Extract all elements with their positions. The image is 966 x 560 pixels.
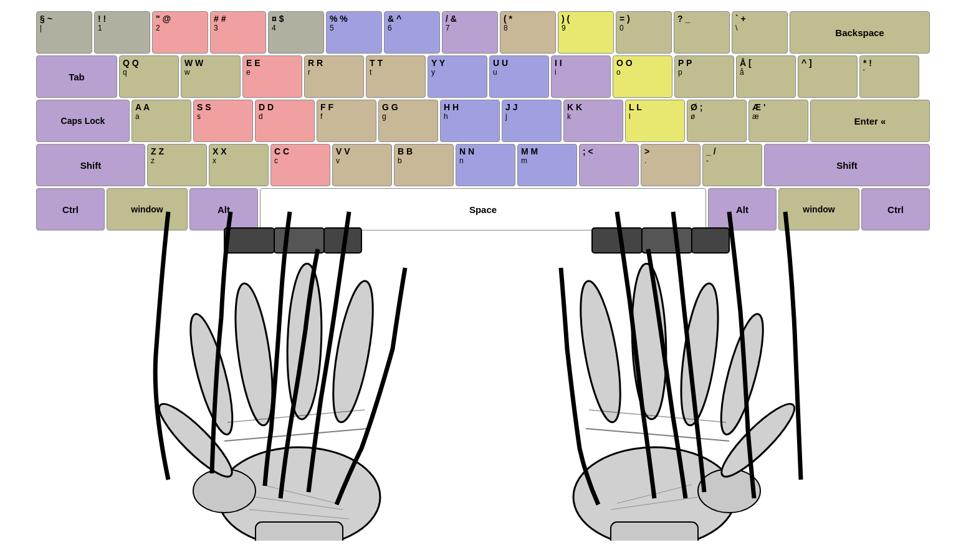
key-shift-l[interactable]: Shift [36,144,145,186]
key-z[interactable]: Z Z z [147,144,207,186]
key-9[interactable]: ) ( 9 [558,11,614,54]
key-aa[interactable]: Å [ å [736,55,796,98]
keyboard-layout: § ~ | ! ! 1 " @ 2 # # 3 ¤ $ 4 [31,6,935,541]
key-k[interactable]: K K k [563,100,623,142]
svg-rect-25 [224,228,274,253]
svg-point-5 [285,263,324,420]
key-shift-r[interactable]: Shift [764,144,930,186]
key-sect[interactable]: § ~ | [36,11,92,54]
svg-rect-14 [611,522,698,541]
key-l[interactable]: L L l [625,100,685,142]
key-e[interactable]: E E e [242,55,302,98]
svg-line-8 [224,429,368,441]
key-1[interactable]: ! ! 1 [94,11,150,54]
right-hand [573,263,802,541]
key-t[interactable]: T T t [366,55,426,98]
key-j[interactable]: J J j [502,100,562,142]
key-enter[interactable]: Enter « [810,100,930,142]
key-row-3: Shift Z Z z X X x C C c V V v [36,144,930,186]
key-3[interactable]: # # 3 [210,11,266,54]
key-caps[interactable]: Caps Lock [36,100,130,142]
key-row-0: § ~ | ! ! 1 " @ 2 # # 3 ¤ $ 4 [36,11,930,54]
key-w[interactable]: W W w [181,55,241,98]
key-y[interactable]: Y Y y [428,55,487,98]
key-oslash[interactable]: Ø ; ø [687,100,747,142]
hands-area [31,223,935,541]
key-o[interactable]: O O o [613,55,672,98]
svg-point-18 [629,263,669,420]
key-gt[interactable]: > . [641,144,701,186]
key-a[interactable]: A A a [132,100,191,142]
key-7[interactable]: / & 7 [442,11,498,54]
hands-svg [31,223,935,541]
svg-line-21 [586,429,729,441]
key-i[interactable]: I I i [551,55,611,98]
svg-point-4 [229,282,280,428]
key-x[interactable]: X X x [209,144,269,186]
svg-point-19 [573,278,628,425]
key-p[interactable]: P P p [674,55,734,98]
key-0[interactable]: = ) 0 [616,11,672,54]
key-g[interactable]: G G g [378,100,438,142]
key-f[interactable]: F F f [317,100,376,142]
key-s[interactable]: S S s [193,100,253,142]
key-q[interactable]: Q Q q [119,55,179,98]
key-tab[interactable]: Tab [36,55,117,98]
key-minus[interactable]: ? _ [674,11,730,54]
key-slash2[interactable]: _ / - [702,144,762,186]
key-caret[interactable]: ^ ] [798,55,858,98]
key-m[interactable]: M M m [517,144,577,186]
key-8[interactable]: ( * 8 [500,11,556,54]
key-n[interactable]: N N n [456,144,515,186]
key-ae[interactable]: Æ ' æ [748,100,808,142]
key-u[interactable]: U U u [489,55,549,98]
svg-rect-1 [256,522,343,541]
key-plus[interactable]: ` + \ [732,11,788,54]
svg-rect-26 [274,228,324,253]
key-4[interactable]: ¤ $ 4 [268,11,324,54]
svg-point-17 [674,282,725,428]
svg-rect-27 [324,228,361,253]
key-5[interactable]: % % 5 [326,11,382,54]
key-b[interactable]: B B b [394,144,454,186]
svg-point-6 [325,278,381,425]
key-h[interactable]: H H h [440,100,500,142]
key-6[interactable]: & ^ 6 [384,11,440,54]
key-row-1: Tab Q Q q W W w E E e R R r [36,55,930,98]
key-row-2: Caps Lock A A a S S s D D d F F f [36,100,930,142]
key-d[interactable]: D D d [255,100,315,142]
svg-rect-29 [642,228,692,253]
svg-rect-30 [692,228,729,253]
key-backspace[interactable]: Backspace [790,11,930,54]
left-hand [151,263,381,541]
key-star[interactable]: * ! ' [859,55,919,98]
key-v[interactable]: V V v [332,144,392,186]
svg-rect-28 [592,228,642,253]
key-r[interactable]: R R r [304,55,364,98]
keyboard: § ~ | ! ! 1 " @ 2 # # 3 ¤ $ 4 [31,6,935,235]
key-2[interactable]: " @ 2 [152,11,208,54]
key-c[interactable]: C C c [270,144,330,186]
key-semi[interactable]: ; < [579,144,639,186]
